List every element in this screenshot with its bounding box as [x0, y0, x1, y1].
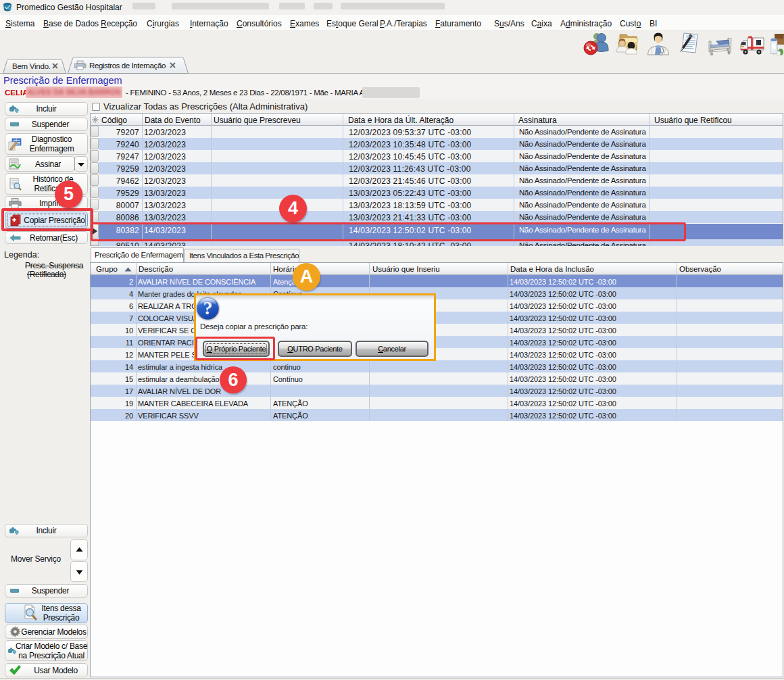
svg-text:?: ?: [203, 297, 213, 318]
